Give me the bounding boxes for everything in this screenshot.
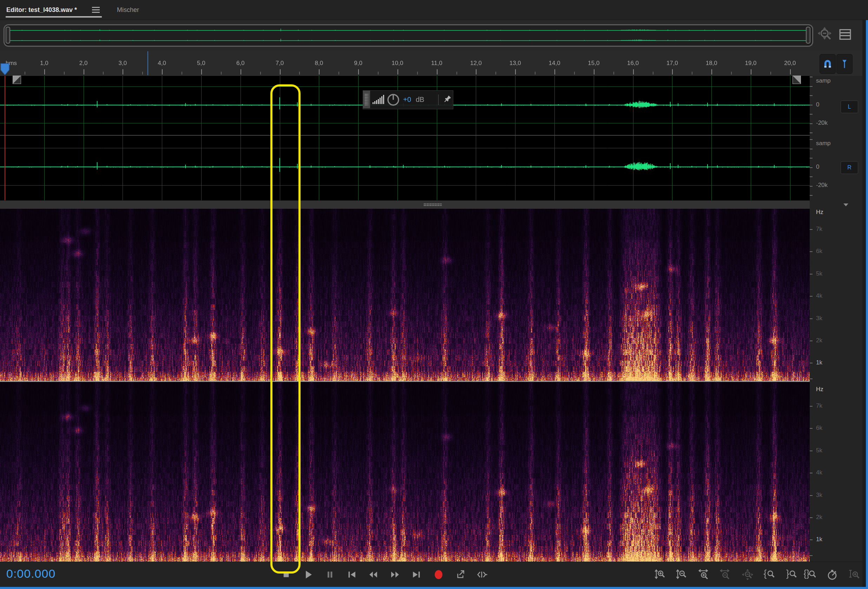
ruler-tick-major xyxy=(201,69,202,74)
overview-minimap[interactable] xyxy=(3,24,813,47)
hud-drag-handle[interactable] xyxy=(363,91,370,108)
ruler-tick-minor xyxy=(574,72,575,74)
overview-waveform-canvas[interactable] xyxy=(6,27,809,44)
zoom-to-selection-button[interactable] xyxy=(802,567,818,582)
fade-in-handle[interactable] xyxy=(13,75,21,84)
zoom-in-horizontal-button[interactable] xyxy=(696,567,712,582)
loop-button[interactable] xyxy=(453,567,468,582)
overview-left-handle[interactable] xyxy=(6,27,10,44)
ruler-tick-minor xyxy=(653,72,654,74)
pin-hud-icon[interactable] xyxy=(442,94,452,105)
freq-tick xyxy=(810,451,812,451)
ruler-tick-minor xyxy=(182,72,182,74)
amplitude-tick xyxy=(810,176,812,177)
amplitude-tick xyxy=(810,195,812,196)
channel-button-r[interactable]: R xyxy=(841,161,858,174)
freq-tick xyxy=(810,473,812,474)
spectrogram-scale-column: Hz7k6k5k4k3k2k1kHz7k6k5k4k3k2k1k xyxy=(810,209,862,562)
ruler-tick-minor xyxy=(535,72,536,74)
ruler-tick-label: 19,0 xyxy=(745,60,756,67)
waveform-scale-labels: samp0-20kLsamp0-20kR xyxy=(810,76,862,200)
channel-button-l[interactable]: L xyxy=(841,101,858,113)
zoom-to-in-point-button[interactable] xyxy=(761,567,777,582)
freq-label: 4k xyxy=(816,469,822,476)
record-timer-button[interactable] xyxy=(824,567,840,582)
amplitude-tick xyxy=(810,167,812,168)
freq-label: 6k xyxy=(816,425,822,432)
amplitude-zero-label: 0 xyxy=(816,163,819,170)
freq-tick xyxy=(810,318,812,319)
freq-tick xyxy=(810,495,812,496)
volume-hud[interactable]: +0 dB xyxy=(363,90,453,109)
ruler-tick-major xyxy=(554,69,555,74)
tab-mixer[interactable]: Mischer xyxy=(117,0,139,20)
zoom-out-vertical-button[interactable] xyxy=(674,567,689,582)
fast-forward-button[interactable] xyxy=(387,567,403,582)
ruler-tick-minor xyxy=(771,72,771,74)
ruler-tick-label: 9,0 xyxy=(354,60,362,67)
view-splitter[interactable] xyxy=(0,200,810,209)
freq-tick xyxy=(810,379,812,379)
panel-focus-border-right xyxy=(866,20,868,589)
amplitude-tick xyxy=(810,77,812,77)
spectrogram-canvas[interactable] xyxy=(0,209,810,562)
ruler-tick-minor xyxy=(496,72,496,74)
sample-unit-label: samp xyxy=(816,140,831,147)
splitter-grip[interactable] xyxy=(424,203,442,206)
time-ruler[interactable]: hms 1,02,03,04,05,06,07,08,09,010,011,01… xyxy=(0,50,866,77)
freq-label: 3k xyxy=(816,315,822,322)
ruler-tick-major xyxy=(397,69,398,74)
ruler-tick-label: 7,0 xyxy=(276,60,284,67)
ruler-tick-major xyxy=(712,69,712,74)
freq-tick xyxy=(810,517,812,518)
status-bar: 0:00.000 xyxy=(0,562,866,587)
ruler-tick-major xyxy=(280,69,280,74)
marker-button[interactable] xyxy=(836,54,853,74)
amplitude-tick xyxy=(810,114,812,115)
spectrogram-scale-labels: Hz7k6k5k4k3k2k1kHz7k6k5k4k3k2k1k xyxy=(810,209,862,562)
ruler-tick-major xyxy=(84,69,84,74)
playhead-marker[interactable] xyxy=(0,63,9,75)
freq-unit-label: Hz xyxy=(816,386,824,393)
ruler-tick-label: 13,0 xyxy=(509,60,521,67)
time-display[interactable]: 0:00.000 xyxy=(6,567,56,580)
ruler-tick-minor xyxy=(456,72,457,74)
amplitude-neg-label: -20k xyxy=(816,182,828,189)
tab-menu-icon[interactable] xyxy=(91,6,100,14)
freq-label: 3k xyxy=(816,492,822,499)
sample-unit-label: samp xyxy=(816,77,831,84)
fade-out-handle[interactable] xyxy=(793,75,801,84)
freq-unit-label: Hz xyxy=(816,209,824,216)
ruler-tick-label: 8,0 xyxy=(314,60,323,67)
tab-bar: Editor: test_l4038.wav * Mischer xyxy=(0,0,868,20)
zoom-out-horizontal-button xyxy=(717,567,733,582)
gain-knob[interactable] xyxy=(386,93,400,107)
zoom-in-vertical-button[interactable] xyxy=(652,567,668,582)
ruler-tick-label: 1,0 xyxy=(40,60,49,67)
zoom-reset-button xyxy=(740,567,755,582)
shuttle-playhead-button[interactable] xyxy=(474,567,490,582)
magnet-snap-button[interactable] xyxy=(819,54,836,74)
freq-label: 2k xyxy=(816,514,822,521)
collapse-chevron-icon[interactable] xyxy=(843,203,848,206)
navigate-zoom-icon[interactable] xyxy=(817,27,833,43)
splitter-right-spacer xyxy=(810,200,862,209)
ruler-tick-major xyxy=(594,69,595,74)
stop-button[interactable] xyxy=(279,567,294,582)
record-button[interactable] xyxy=(431,567,446,582)
play-button[interactable] xyxy=(300,567,316,582)
freq-label: 5k xyxy=(816,270,822,277)
ruler-tick-minor xyxy=(103,72,103,74)
go-to-start-button[interactable] xyxy=(344,567,359,582)
gain-value[interactable]: +0 xyxy=(403,91,411,108)
ruler-tick-label: 17,0 xyxy=(666,60,678,67)
zoom-to-out-point-button[interactable] xyxy=(783,567,799,582)
rewind-button[interactable] xyxy=(366,567,381,582)
amplitude-tick xyxy=(810,186,812,186)
pause-button[interactable] xyxy=(322,567,337,582)
freq-tick xyxy=(810,251,812,252)
go-to-end-button[interactable] xyxy=(409,567,425,582)
overview-right-handle[interactable] xyxy=(806,27,810,44)
ruler-tick-minor xyxy=(299,72,300,74)
panel-list-icon[interactable] xyxy=(838,28,852,41)
